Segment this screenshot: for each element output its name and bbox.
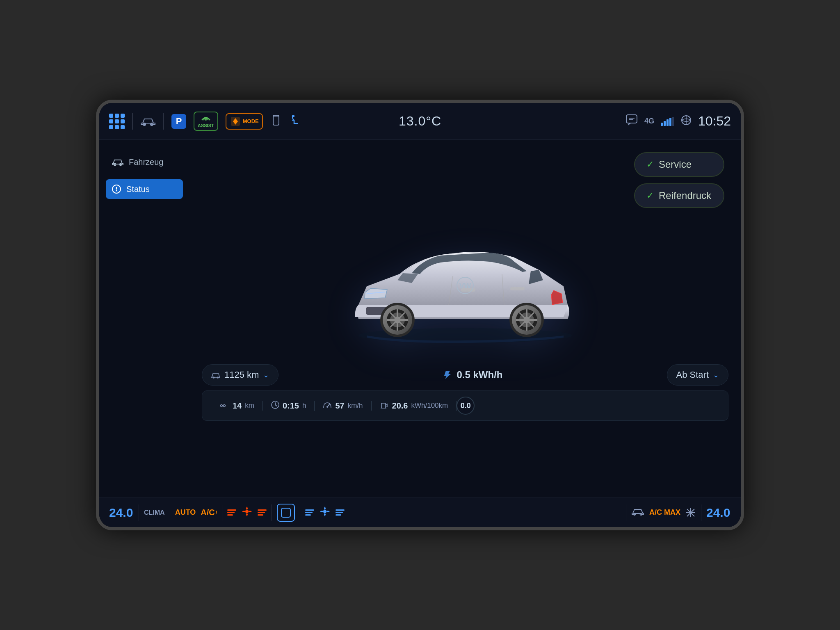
consumption-icon: [380, 401, 389, 411]
main-screen: P ASSIST MODE: [99, 103, 741, 527]
phone-icon[interactable]: [270, 114, 282, 128]
consumption-stat: 20.6 kWh/100km: [372, 401, 457, 411]
divider-1: [132, 113, 133, 130]
clima-auto-label[interactable]: AUTO: [175, 508, 196, 517]
ab-start-chevron: ⌄: [713, 370, 719, 379]
sidebar-item-fahrzeug[interactable]: Fahrzeug: [106, 152, 183, 172]
clima-divider-1: [139, 504, 139, 521]
svg-point-42: [523, 317, 530, 323]
svg-point-63: [689, 511, 692, 514]
service-check-icon: ✓: [646, 159, 654, 170]
svg-point-2: [205, 119, 207, 121]
speed-value: 57: [335, 401, 344, 411]
svg-point-45: [221, 404, 223, 406]
wifi-globe-icon: [681, 115, 692, 128]
svg-point-16: [116, 190, 117, 192]
blue-lines-right-btn[interactable]: [336, 509, 345, 516]
distance-unit: km: [245, 402, 254, 410]
reifendruck-label: Reifendruck: [659, 190, 711, 201]
car-outline-icon[interactable]: [140, 116, 156, 127]
ab-start-pill[interactable]: Ab Start ⌄: [667, 364, 728, 386]
svg-rect-21: [510, 287, 525, 290]
ac-max-btn[interactable]: A/C MAX: [649, 508, 680, 517]
clima-divider-3: [222, 504, 222, 521]
stats-area: 1125 km ⌄ 0.5 kWh/h Ab Start ⌄: [189, 364, 741, 429]
main-content: Fahrzeug Status: [99, 140, 741, 498]
time-unit: h: [302, 402, 306, 410]
car-back-icon[interactable]: [631, 507, 644, 519]
chat-icon[interactable]: [625, 114, 638, 128]
mode-badge[interactable]: MODE: [226, 113, 263, 130]
ac-max-label: A/C MAX: [649, 508, 680, 517]
blue-lines: [305, 509, 314, 516]
ab-start-label: Ab Start: [676, 370, 709, 380]
time-display: 10:52: [698, 114, 731, 129]
stats-row-2: 14 km 0:15: [202, 390, 728, 421]
svg-rect-5: [273, 115, 279, 117]
top-bar-center: 13.0°C: [319, 114, 521, 129]
left-fan-icon[interactable]: [241, 506, 253, 520]
range-value: 1125 km: [224, 370, 259, 380]
service-button[interactable]: ✓ Service: [634, 152, 724, 177]
svg-point-6: [292, 115, 294, 117]
assist-badge: ASSIST: [194, 112, 218, 130]
clima-divider-6: [626, 504, 626, 521]
top-bar-right: 4G 10:52: [529, 114, 731, 129]
svg-point-54: [245, 510, 249, 513]
right-fan-icon[interactable]: [319, 506, 331, 520]
clima-divider-7: [701, 504, 701, 521]
clima-right-temp: 24.0: [706, 506, 731, 520]
sidebar-item-status[interactable]: Status: [106, 179, 183, 199]
sidebar-status-label: Status: [126, 185, 150, 194]
blue-lines-btn[interactable]: [305, 509, 314, 516]
left-clima-lines: [227, 509, 236, 516]
clima-label: CLIMA: [144, 509, 165, 516]
distance-value: 14: [233, 401, 242, 411]
4g-badge: 4G: [644, 117, 654, 126]
right-buttons: ✓ Service ✓ Reifendruck: [634, 152, 724, 208]
defrost-icon[interactable]: [685, 507, 696, 518]
svg-rect-55: [281, 508, 290, 517]
range-pill[interactable]: 1125 km ⌄: [202, 364, 278, 386]
grid-menu-icon[interactable]: [109, 114, 125, 129]
distance-stat: 14 km: [212, 401, 263, 411]
clima-bar: 24.0 CLIMA AUTO A/C /: [99, 498, 741, 527]
extra-badge: 0.0: [457, 397, 475, 415]
consumption-unit: kWh/100km: [411, 402, 448, 410]
stats-row-1: 1125 km ⌄ 0.5 kWh/h Ab Start ⌄: [202, 364, 728, 386]
svg-point-56: [323, 510, 326, 513]
sidebar-fahrzeug-label: Fahrzeug: [129, 158, 164, 167]
consumption-value: 20.6: [392, 401, 408, 411]
clima-right-section: A/C MAX 24.0: [626, 504, 731, 521]
center-screen-btn[interactable]: [277, 504, 295, 522]
clima-divider-4: [272, 504, 272, 521]
ac-slash: /: [216, 510, 217, 516]
clima-divider-2: [170, 504, 170, 521]
screen-bezel: P ASSIST MODE: [96, 100, 744, 530]
svg-text:VW: VW: [459, 282, 471, 290]
clima-left-temp: 24.0: [109, 506, 134, 520]
top-bar: P ASSIST MODE: [99, 103, 741, 140]
time-icon: [271, 401, 279, 411]
svg-point-52: [326, 406, 328, 408]
distance-icon: [220, 401, 229, 411]
car-image-container: VW: [317, 208, 613, 364]
energy-stat: 0.5 kWh/h: [285, 369, 660, 381]
reifendruck-button[interactable]: ✓ Reifendruck: [634, 183, 724, 208]
speed-icon: [323, 401, 332, 411]
ac-label: A/C: [201, 508, 215, 517]
time-stat: 0:15 h: [263, 401, 315, 411]
temperature-display: 13.0°C: [399, 114, 441, 129]
clima-ac-btn[interactable]: A/C /: [201, 508, 217, 517]
seat-icon[interactable]: [289, 114, 301, 128]
service-label: Service: [659, 159, 692, 170]
speed-unit: km/h: [348, 402, 363, 410]
divider-2: [163, 113, 164, 130]
right-fan-lines-btn[interactable]: [258, 509, 267, 516]
energy-value: 0.5 kWh/h: [457, 369, 502, 381]
reifendruck-check-icon: ✓: [646, 190, 654, 201]
svg-line-50: [275, 405, 277, 406]
left-fan-lines-btn[interactable]: [227, 509, 236, 516]
right-red-lines: [258, 509, 267, 516]
svg-point-33: [394, 317, 401, 323]
